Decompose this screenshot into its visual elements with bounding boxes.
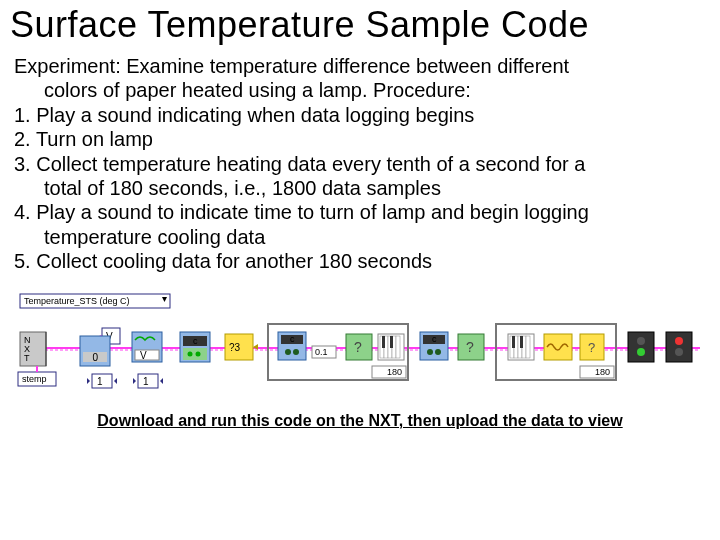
svg-point-21	[188, 351, 193, 356]
const-v-b: V	[140, 350, 147, 361]
step-5: 5. Collect cooling data for another 180 …	[14, 249, 710, 273]
c-label-2: c	[290, 334, 295, 344]
c-label-1: c	[193, 336, 198, 346]
svg-text:T: T	[24, 353, 30, 363]
body-text: Experiment: Examine temperature differen…	[10, 54, 710, 274]
download-instruction: Download and run this code on the NXT, t…	[10, 412, 710, 430]
svg-rect-61	[666, 332, 692, 362]
svg-rect-53	[520, 336, 523, 348]
svg-point-42	[427, 349, 433, 355]
file-label: stemp	[22, 374, 47, 384]
svg-point-22	[196, 351, 201, 356]
wait-expr: ?3	[229, 342, 241, 353]
loop2-count: 180	[595, 367, 610, 377]
svg-point-60	[637, 348, 645, 356]
sensor-dropdown-label: Temperature_STS (deg C)	[24, 296, 130, 306]
svg-rect-51	[526, 336, 530, 358]
c-label-3: c	[432, 334, 437, 344]
loop1-count: 180	[387, 367, 402, 377]
intro-line-2: colors of paper heated using a lamp. Pro…	[14, 78, 710, 102]
step-4b: temperature cooling data	[14, 225, 710, 249]
svg-point-59	[637, 337, 645, 345]
svg-rect-38	[390, 336, 393, 348]
svg-rect-20	[183, 348, 207, 360]
const-1a: 1	[97, 376, 103, 387]
svg-rect-16	[135, 350, 159, 360]
const-0: 0	[92, 352, 98, 363]
svg-rect-37	[382, 336, 385, 348]
const-1b: 1	[143, 376, 149, 387]
labview-diagram: Temperature_STS (deg C) N X T stemp V 0	[10, 292, 710, 402]
q1: ?	[354, 339, 362, 355]
step-3: 3. Collect temperature heating data ever…	[14, 152, 710, 176]
svg-text:?: ?	[588, 340, 595, 355]
svg-rect-58	[628, 332, 654, 362]
step-4: 4. Play a sound to indicate time to turn…	[14, 200, 710, 224]
q2: ?	[466, 339, 474, 355]
step-2: 2. Turn on lamp	[14, 127, 710, 151]
svg-rect-52	[512, 336, 515, 348]
svg-point-27	[285, 349, 291, 355]
intro-line-1: Experiment: Examine temperature differen…	[14, 54, 710, 78]
slide-title: Surface Temperature Sample Code	[10, 4, 710, 46]
svg-point-43	[435, 349, 441, 355]
wait-val: 0.1	[315, 347, 328, 357]
step-3b: total of 180 seconds, i.e., 1800 data sa…	[14, 176, 710, 200]
step-1: 1. Play a sound indicating when data log…	[14, 103, 710, 127]
svg-point-62	[675, 337, 683, 345]
svg-point-28	[293, 349, 299, 355]
svg-rect-36	[396, 336, 400, 358]
svg-point-63	[675, 348, 683, 356]
